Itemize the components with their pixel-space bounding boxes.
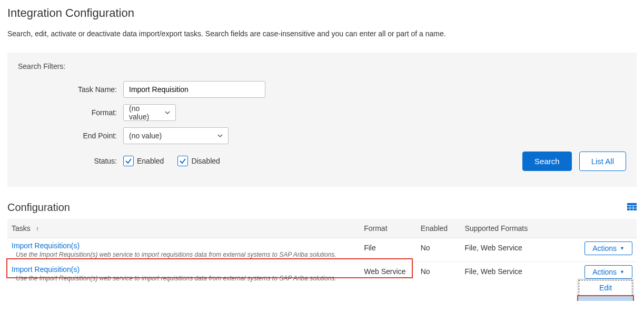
configuration-heading: Configuration [7,201,70,214]
col-header-tasks-label: Tasks [12,224,31,233]
cell-enabled: No [417,262,461,286]
format-select[interactable]: (no value) [123,104,176,121]
list-all-button[interactable]: List All [579,152,626,171]
col-header-supported[interactable]: Supported Formats [460,219,567,238]
actions-button-label: Actions [592,244,617,253]
status-enabled-label: Enabled [137,157,164,165]
cell-format: Web Service [360,262,417,286]
task-description: Use the Import Requisition(s) web servic… [12,251,355,258]
cell-supported: File, Web Service [460,262,567,286]
endpoint-select[interactable]: (no value) [123,127,229,144]
page-subtitle: Search, edit, activate or deactivate dat… [7,29,637,38]
status-enabled-checkbox[interactable] [123,156,134,166]
page-title: Integration Configuration [7,6,637,20]
status-label: Status: [18,157,123,165]
svg-rect-1 [627,206,630,208]
cell-format: File [360,238,417,262]
format-label: Format: [18,108,123,117]
cell-supported: File, Web Service [460,238,567,262]
table-row: Import Requisition(s) Use the Import Req… [7,238,637,262]
search-filters-heading: Search Filters: [18,62,626,70]
col-header-tasks[interactable]: Tasks ↑ [7,219,360,238]
task-link[interactable]: Import Requisition(s) [12,241,80,250]
svg-rect-4 [627,208,630,210]
endpoint-select-value: (no value) [129,132,162,140]
actions-dropdown: Edit Enable Disable [578,279,633,301]
task-link[interactable]: Import Requisition(s) [12,265,80,274]
search-button[interactable]: Search [522,152,572,171]
table-options-icon[interactable] [627,203,637,213]
svg-rect-5 [630,208,633,210]
task-name-input[interactable] [123,81,265,98]
col-header-format[interactable]: Format [360,219,417,238]
dropdown-item-edit[interactable]: Edit [578,279,633,296]
task-name-label: Task Name: [18,85,123,94]
svg-rect-6 [633,208,637,210]
caret-down-icon: ▼ [620,269,625,275]
endpoint-label: End Point: [18,132,123,140]
actions-button-label: Actions [592,268,617,276]
table-row: Import Requisition(s) Use the Import Req… [7,262,637,286]
configuration-table: Tasks ↑ Format Enabled Supported Formats… [7,219,637,285]
status-disabled-label: Disabled [191,157,220,165]
col-header-actions [568,219,637,238]
actions-button[interactable]: Actions ▼ [584,265,632,279]
status-disabled-checkbox[interactable] [177,156,188,166]
svg-rect-0 [627,203,637,205]
svg-rect-2 [630,206,633,208]
format-select-value: (no value) [129,104,161,121]
svg-rect-3 [633,206,637,208]
task-description: Use the Import Requisition(s) web servic… [12,275,355,282]
col-header-enabled[interactable]: Enabled [417,219,461,238]
cell-enabled: No [417,238,461,262]
dropdown-item-enable[interactable]: Enable [578,296,633,301]
actions-button[interactable]: Actions ▼ [584,241,632,255]
sort-ascending-icon: ↑ [36,225,39,233]
search-filters-panel: Search Filters: Task Name: Format: (no v… [7,53,637,187]
caret-down-icon: ▼ [620,246,625,251]
